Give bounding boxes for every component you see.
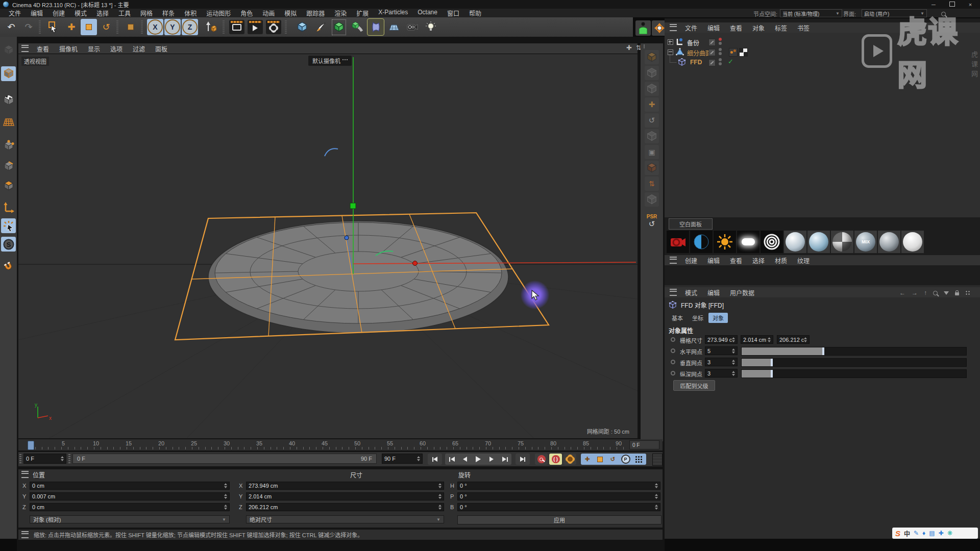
menubar-item[interactable]: 网格 bbox=[136, 8, 157, 18]
camera-button[interactable] bbox=[404, 19, 421, 35]
layout-grid-icon[interactable] bbox=[965, 290, 971, 296]
camera-label[interactable]: 默认摄像机 bbox=[308, 56, 352, 66]
palette-icon[interactable]: ✚ bbox=[645, 97, 659, 112]
keyframe-selection-button[interactable] bbox=[564, 454, 576, 465]
primitive-cube-button[interactable] bbox=[294, 19, 310, 35]
object-manager-menu-item[interactable]: 书签 bbox=[792, 23, 815, 33]
tab-basic[interactable]: 基本 bbox=[668, 313, 687, 323]
texture-mode-button[interactable] bbox=[1, 92, 16, 107]
spinner-icon[interactable] bbox=[224, 483, 227, 488]
magnet-tool-button[interactable] bbox=[1, 259, 16, 274]
grid-size-y-field[interactable]: 2.014 cm bbox=[741, 335, 773, 344]
palette-icon[interactable] bbox=[645, 192, 659, 207]
tab-object[interactable]: 对象 bbox=[708, 313, 728, 323]
material-menu-item[interactable]: 纹理 bbox=[792, 256, 815, 265]
subdivision-surface-button[interactable] bbox=[331, 19, 347, 35]
keyframe-dot-icon[interactable] bbox=[671, 337, 675, 342]
material-menu-item[interactable]: 材质 bbox=[770, 256, 792, 265]
parent-up-icon[interactable]: ↑ bbox=[924, 289, 927, 296]
spinner-icon[interactable] bbox=[61, 456, 64, 461]
key-pla-toggle[interactable]: P bbox=[619, 455, 632, 464]
psr-record-buttons[interactable]: PSR bbox=[641, 214, 663, 219]
play-button[interactable] bbox=[472, 456, 485, 462]
material-sphere-bubble[interactable] bbox=[807, 231, 830, 253]
position-z-field[interactable]: 0 cm bbox=[30, 503, 230, 511]
spinner-icon[interactable] bbox=[655, 505, 658, 510]
material-halfmoon[interactable] bbox=[690, 231, 713, 253]
vertical-field[interactable]: 3 bbox=[705, 358, 738, 366]
palette-grip[interactable] bbox=[644, 44, 646, 48]
rotate-tool[interactable]: ↺ bbox=[98, 19, 114, 35]
menubar-item[interactable]: 创建 bbox=[48, 8, 69, 18]
size-y-field[interactable]: 2.014 cm bbox=[246, 492, 444, 500]
grid-size-z-field[interactable]: 206.212 cm bbox=[777, 335, 810, 344]
position-mode-dropdown[interactable]: 对象 (相对)▼ bbox=[30, 515, 230, 523]
position-y-field[interactable]: 0.007 cm bbox=[30, 492, 230, 500]
toolbox-icon[interactable]: ✚ bbox=[939, 530, 944, 537]
spinner-icon[interactable] bbox=[438, 505, 442, 510]
rotation-p-field[interactable]: 0 ° bbox=[457, 492, 660, 500]
enable-toggle[interactable] bbox=[708, 39, 716, 46]
deformer-button[interactable] bbox=[368, 19, 384, 35]
lock-icon[interactable] bbox=[955, 292, 959, 295]
move-tool[interactable]: ✚ bbox=[63, 19, 80, 35]
chinese-mode-icon[interactable]: 中 bbox=[904, 529, 910, 538]
object-row-backup[interactable]: 备份 bbox=[665, 37, 980, 47]
position-x-field[interactable]: 0 cm bbox=[30, 482, 230, 490]
undo-button[interactable]: ↶ bbox=[3, 19, 19, 35]
interface-dropdown[interactable]: 启动 (用户)▼ bbox=[862, 9, 927, 17]
visibility-dots[interactable] bbox=[719, 58, 722, 66]
object-manager-menu-item[interactable]: 标签 bbox=[770, 23, 792, 33]
menubar-item[interactable]: 角色 bbox=[236, 8, 257, 18]
key-params-toggle[interactable] bbox=[632, 456, 645, 463]
keyframe-dot-icon[interactable] bbox=[671, 348, 675, 353]
model-mode-button[interactable] bbox=[1, 66, 16, 81]
blue-handle-dot[interactable] bbox=[345, 236, 349, 240]
size-x-field[interactable]: 273.949 cm bbox=[246, 482, 444, 490]
next-key-button[interactable] bbox=[498, 457, 511, 462]
menubar-item[interactable]: 文件 bbox=[4, 8, 26, 18]
tab-coordinates[interactable]: 坐标 bbox=[688, 313, 707, 323]
timeline-window-icon[interactable] bbox=[652, 454, 663, 466]
enable-toggle[interactable] bbox=[708, 49, 716, 56]
viewport-menu-item[interactable]: 过滤 bbox=[128, 44, 150, 54]
spinner-icon[interactable] bbox=[655, 494, 658, 499]
display-tag-icon[interactable] bbox=[739, 48, 748, 57]
axis-mode-button[interactable] bbox=[1, 200, 16, 215]
horizontal-slider[interactable] bbox=[741, 347, 967, 356]
history-forward-icon[interactable]: → bbox=[912, 289, 918, 296]
depth-slider[interactable] bbox=[741, 369, 967, 378]
material-layer-tab[interactable]: 空白面板 bbox=[669, 218, 713, 230]
render-settings-button[interactable] bbox=[265, 19, 282, 35]
material-camera[interactable] bbox=[667, 231, 689, 253]
material-sphere-checker[interactable] bbox=[831, 231, 853, 253]
expand-icon[interactable] bbox=[668, 39, 673, 45]
viewport-menu-item[interactable]: 选项 bbox=[105, 44, 128, 54]
polygons-mode-button[interactable] bbox=[1, 179, 16, 193]
pan-view-icon[interactable]: ✚ bbox=[626, 44, 632, 52]
pen-icon[interactable]: ✎ bbox=[914, 530, 919, 537]
points-mode-button[interactable] bbox=[1, 138, 16, 153]
object-manager-menu-item[interactable]: 编辑 bbox=[702, 23, 725, 33]
material-target[interactable] bbox=[761, 231, 783, 253]
phong-tag-icon[interactable] bbox=[729, 48, 738, 57]
material-mix[interactable]: MIX bbox=[854, 231, 877, 253]
enabled-check-icon[interactable]: ✓ bbox=[728, 58, 733, 65]
coordinate-system-button[interactable] bbox=[202, 19, 218, 35]
maximize-button[interactable] bbox=[948, 2, 955, 8]
object-manager-menu-icon[interactable] bbox=[670, 24, 677, 31]
object-manager-menu-item[interactable]: 对象 bbox=[747, 23, 770, 33]
viewport-menu-item[interactable]: 显示 bbox=[83, 44, 105, 54]
enable-snap-button[interactable] bbox=[1, 218, 16, 233]
search-icon[interactable] bbox=[941, 11, 946, 18]
goto-start-button[interactable] bbox=[428, 454, 442, 465]
attribute-menu-icon[interactable] bbox=[670, 289, 677, 296]
axis-lock-y-button[interactable]: Y bbox=[164, 19, 181, 35]
pen-spline-button[interactable] bbox=[312, 19, 329, 35]
material-sphere-metal[interactable] bbox=[878, 231, 900, 253]
red-handle-dot[interactable] bbox=[413, 261, 418, 266]
visibility-dots[interactable] bbox=[719, 38, 722, 46]
transport-grip[interactable] bbox=[19, 454, 21, 464]
menubar-item[interactable]: 体积 bbox=[180, 8, 201, 18]
workplane-button[interactable] bbox=[1, 114, 16, 129]
